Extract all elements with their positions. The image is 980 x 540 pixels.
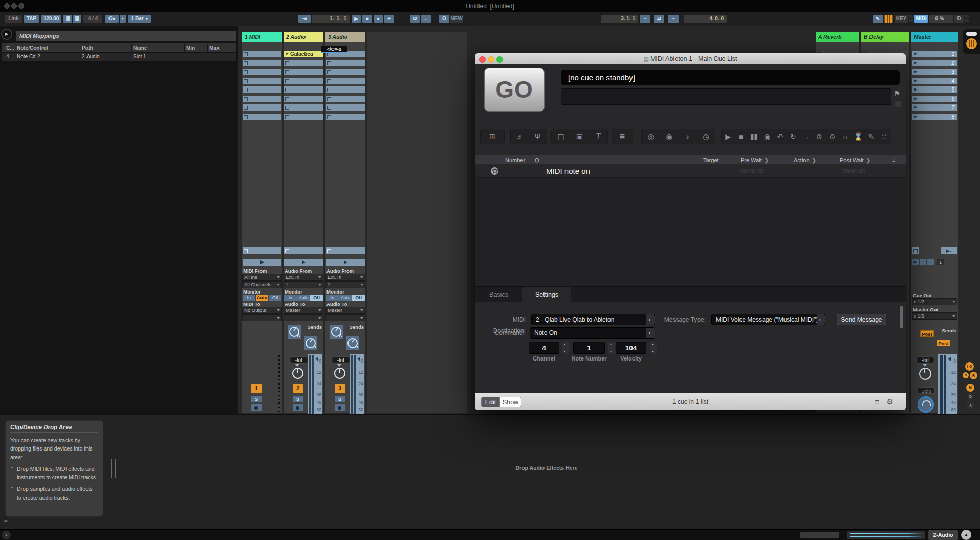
key-map-button[interactable]: KEY	[895, 15, 908, 23]
goto-cue-icon[interactable]: →	[800, 129, 812, 144]
arm-button[interactable]	[293, 404, 303, 411]
clip-stop-slot[interactable]	[326, 248, 365, 254]
clip-play-icon[interactable]	[286, 52, 289, 55]
show-mode-button[interactable]: Show	[500, 397, 521, 407]
arm-button[interactable]	[335, 404, 345, 411]
cue-volume-knob[interactable]	[918, 396, 934, 413]
loop-length-field[interactable]: 4. 0. 0	[684, 15, 727, 23]
col-target[interactable]: Target	[703, 155, 719, 165]
arm-cue-icon[interactable]: ⊙	[826, 129, 838, 144]
velocity-stepper[interactable]	[650, 342, 657, 354]
track-launch-button[interactable]	[326, 259, 365, 266]
monitor-off-button[interactable]: Off	[352, 295, 365, 301]
io-from-select[interactable]: Ext. In	[325, 274, 365, 281]
nudge-down-icon[interactable]: ||||	[63, 15, 72, 23]
clip-slot[interactable]: Galactica	[284, 51, 323, 57]
group-cue-icon[interactable]: ⊞	[486, 129, 498, 144]
clip-slot[interactable]	[326, 104, 365, 111]
clip-slot[interactable]	[243, 51, 281, 57]
tab-basics[interactable]: Basics	[476, 287, 521, 302]
scene-play-icon[interactable]	[914, 115, 917, 118]
mic-cue-icon[interactable]: Ψ	[532, 129, 544, 144]
clip-slot[interactable]	[284, 96, 323, 102]
col-pre-wait[interactable]: Pre Wait❯	[741, 155, 769, 165]
midi-cue-icon[interactable]: ◉	[663, 129, 676, 144]
info-view-toggle-icon[interactable]: ≈	[1, 516, 10, 526]
clip-slot[interactable]	[326, 96, 365, 102]
capture-midi-button[interactable]: NEW	[450, 15, 463, 23]
toggle-x-button[interactable]: X	[967, 401, 974, 409]
tempo-field[interactable]: 120.00	[41, 15, 61, 23]
start-cue-icon[interactable]: ▶	[722, 129, 734, 144]
track-header[interactable]: 1 MIDI	[242, 32, 282, 42]
clip-slot[interactable]	[284, 86, 323, 93]
io-sub-out[interactable]	[284, 314, 323, 321]
cue-row[interactable]: MIDI note on 00:00.00 00:00.00	[475, 165, 906, 178]
scene-play-icon[interactable]	[914, 106, 917, 109]
io-from-select[interactable]: Ext. In	[284, 274, 323, 281]
groove-amount-icon[interactable]: O●	[105, 15, 119, 23]
cue-list-empty-area[interactable]	[475, 178, 906, 286]
scene-play-icon[interactable]	[914, 61, 917, 64]
clip-name[interactable]: Galactica	[290, 51, 313, 57]
track-activator[interactable]: 1	[251, 384, 262, 393]
quantize-menu[interactable]: 1 Bar ▼	[128, 15, 151, 23]
channel-stepper[interactable]	[562, 342, 569, 354]
scene-slot-5[interactable]: 5	[912, 86, 957, 93]
midi-destination-select[interactable]: 2 - Qlab Live Qlab to Ableton	[531, 314, 655, 325]
track-launch-button[interactable]	[284, 259, 323, 266]
loop-start-field[interactable]: 3. 1. 1	[601, 15, 638, 23]
arm-button[interactable]	[251, 404, 262, 411]
script-cue-icon[interactable]: ∷	[878, 129, 890, 144]
clip-slot[interactable]	[243, 78, 281, 84]
clip-stop-icon[interactable]	[244, 249, 248, 253]
midi-file-cue-icon[interactable]: ♪	[681, 129, 693, 144]
draw-mode-pencil-icon[interactable]: ✎	[873, 15, 883, 23]
tab-settings[interactable]: Settings	[522, 287, 571, 302]
loop-icon[interactable]: ⇄	[654, 15, 664, 23]
col-number[interactable]: Number	[505, 155, 525, 165]
clip-stop-slot[interactable]	[284, 248, 323, 254]
load-cue-icon[interactable]: ◉	[761, 129, 773, 144]
scene-slot-8[interactable]: 8	[912, 114, 957, 120]
volume-display[interactable]: -Inf	[332, 356, 350, 364]
message-type-select[interactable]: MIDI Voice Message ("Musical MIDI")	[711, 314, 825, 325]
re-enable-automation-icon[interactable]: ↺	[410, 15, 420, 23]
reset-cue-icon[interactable]: ↻	[787, 129, 799, 144]
col-max[interactable]: Max	[209, 43, 219, 52]
track-launch-button[interactable]	[243, 259, 281, 266]
scene-slot-4[interactable]: 4	[912, 78, 957, 84]
midi-map-button[interactable]: MIDI	[914, 15, 928, 23]
pan-knob[interactable]	[292, 368, 303, 379]
monitor-auto-button[interactable]: Auto	[256, 295, 269, 301]
send-message-button[interactable]: Send Message	[837, 314, 886, 325]
master-pan-knob[interactable]	[919, 368, 931, 380]
clip-stop-icon[interactable]	[327, 249, 331, 253]
clip-stop-slot[interactable]	[243, 248, 281, 254]
cue-notes-field[interactable]	[561, 88, 891, 105]
wait-cue-icon[interactable]: ⌛	[852, 129, 864, 144]
toggle-s-button[interactable]: S	[963, 372, 969, 378]
scene-play-icon[interactable]	[914, 97, 917, 100]
send-b-post-toggle[interactable]: Post	[937, 340, 950, 346]
scene-play-icon[interactable]	[914, 79, 917, 82]
scene-launch-icon[interactable]: ▶	[912, 259, 919, 265]
devamp-cue-icon[interactable]: ↶	[774, 129, 787, 144]
track-drop-area[interactable]	[367, 32, 467, 413]
flag-icon[interactable]: ⚑	[894, 89, 900, 98]
clip-slot[interactable]	[243, 114, 281, 120]
track-header[interactable]: 2 Audio	[284, 32, 323, 42]
col-name[interactable]: Name	[133, 43, 147, 52]
cue-post-wait[interactable]: 00:00.00	[836, 165, 872, 178]
fire-scene-button[interactable]: ▶≡	[941, 248, 957, 254]
clip-slot[interactable]	[326, 86, 365, 93]
toggle-m-button[interactable]: M	[966, 384, 974, 392]
device-view-handle[interactable]	[111, 459, 116, 478]
track-activator[interactable]: 2	[293, 384, 303, 393]
command-select[interactable]: Note On	[530, 327, 655, 339]
return-track-header[interactable]: A Reverb	[816, 32, 859, 42]
overdub-d-button[interactable]: D	[954, 15, 964, 23]
punch-out-icon[interactable]: ~	[668, 15, 679, 23]
send-knob-a[interactable]: A	[330, 325, 343, 339]
arrangement-position-field[interactable]: 1. 1. 1	[312, 15, 350, 23]
